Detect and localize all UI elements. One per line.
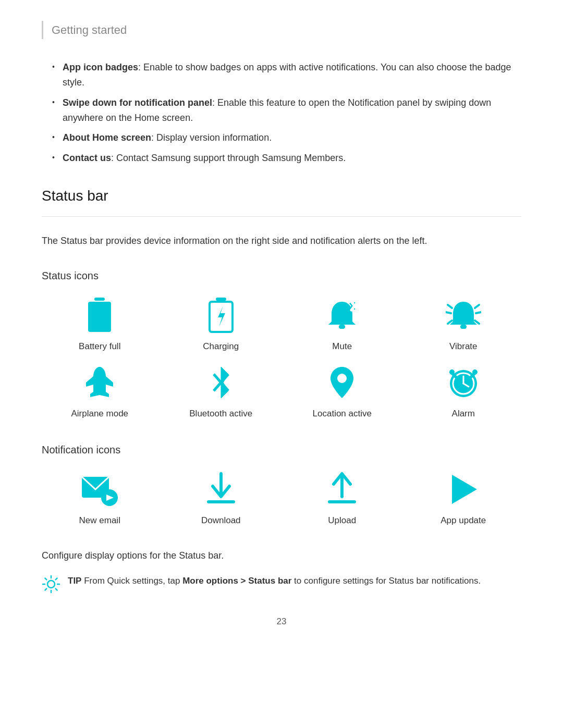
svg-line-16 xyxy=(448,320,452,324)
bullet-text: : Display version information. xyxy=(151,132,272,143)
status-icons-title: Status icons xyxy=(42,267,521,284)
new-email-label: New email xyxy=(79,513,120,527)
bullet-text: : Contact Samsung support through Samsun… xyxy=(111,153,346,163)
svg-line-13 xyxy=(475,320,479,324)
icon-item-upload: Upload xyxy=(284,471,400,527)
airplane-icon xyxy=(81,364,118,401)
svg-point-17 xyxy=(337,374,347,383)
status-bar-description: The Status bar provides device informati… xyxy=(42,233,521,249)
battery-full-label: Battery full xyxy=(79,339,120,353)
divider xyxy=(42,216,521,217)
charging-label: Charging xyxy=(203,339,239,353)
download-icon xyxy=(202,471,240,508)
svg-rect-5 xyxy=(339,325,345,329)
status-icons-grid: Battery full Charging xyxy=(42,297,521,421)
icon-item-download: Download xyxy=(163,471,279,527)
icon-item-new-email: New email xyxy=(42,471,158,527)
icon-item-airplane: Airplane mode xyxy=(42,364,158,421)
airplane-label: Airplane mode xyxy=(71,406,128,421)
tip-body2: to configure settings for Status bar not… xyxy=(294,576,481,586)
charging-icon xyxy=(202,297,240,334)
location-icon xyxy=(323,364,361,401)
list-item: Contact us: Contact Samsung support thro… xyxy=(52,151,521,166)
configure-text: Configure display options for the Status… xyxy=(42,548,521,563)
svg-line-42 xyxy=(45,589,47,590)
icon-item-bluetooth: Bluetooth active xyxy=(163,364,279,421)
list-item: Swipe down for notification panel: Enabl… xyxy=(52,95,521,126)
svg-marker-33 xyxy=(452,475,477,504)
app-update-icon xyxy=(445,471,482,508)
icon-item-mute: Mute xyxy=(284,297,400,353)
status-bar-title: Status bar xyxy=(42,184,521,208)
svg-line-12 xyxy=(476,312,481,313)
bluetooth-icon xyxy=(202,364,240,401)
svg-marker-4 xyxy=(218,306,225,327)
vibrate-label: Vibrate xyxy=(449,339,478,353)
location-label: Location active xyxy=(313,406,372,421)
bluetooth-label: Bluetooth active xyxy=(189,406,252,421)
bullet-term: About Home screen xyxy=(63,132,151,143)
svg-point-34 xyxy=(47,581,55,588)
alarm-label: Alarm xyxy=(452,406,475,421)
alarm-icon xyxy=(445,364,482,401)
upload-label: Upload xyxy=(328,513,356,527)
mute-label: Mute xyxy=(332,339,352,353)
svg-point-24 xyxy=(449,369,455,375)
svg-rect-0 xyxy=(94,298,105,301)
list-item: About Home screen: Display version infor… xyxy=(52,130,521,145)
icon-item-battery-full: Battery full xyxy=(42,297,158,353)
svg-rect-1 xyxy=(88,302,111,332)
bullet-term: Swipe down for notification panel xyxy=(63,97,212,108)
tip-bold: More options > Status bar xyxy=(182,576,291,586)
icon-item-app-update: App update xyxy=(406,471,522,527)
svg-line-15 xyxy=(446,312,451,313)
new-email-icon xyxy=(81,471,118,508)
icon-item-location: Location active xyxy=(284,364,400,421)
app-update-label: App update xyxy=(440,513,486,527)
upload-icon xyxy=(323,471,361,508)
page-number: 23 xyxy=(42,614,521,628)
bullet-term: Contact us xyxy=(63,153,111,163)
page-header: Getting started xyxy=(42,21,521,39)
battery-full-icon xyxy=(81,297,118,334)
download-label: Download xyxy=(201,513,241,527)
icon-item-vibrate: Vibrate xyxy=(406,297,522,353)
svg-line-14 xyxy=(448,305,452,308)
tip-body: From Quick settings, tap xyxy=(84,576,182,586)
tip-box: TIP From Quick settings, tap More option… xyxy=(42,574,521,594)
icon-item-alarm: Alarm xyxy=(406,364,522,421)
svg-line-41 xyxy=(56,578,57,579)
mute-icon xyxy=(323,297,361,334)
bullet-list: App icon badges: Enable to show badges o… xyxy=(52,60,521,166)
bullet-term: App icon badges xyxy=(63,62,138,72)
svg-rect-10 xyxy=(460,325,467,329)
notification-icons-title: Notification icons xyxy=(42,441,521,458)
tip-icon xyxy=(42,575,60,594)
icon-item-charging: Charging xyxy=(163,297,279,353)
vibrate-icon xyxy=(445,297,482,334)
svg-line-39 xyxy=(45,578,47,579)
svg-rect-2 xyxy=(216,298,226,301)
tip-text: TIP From Quick settings, tap More option… xyxy=(68,574,481,588)
list-item: App icon badges: Enable to show badges o… xyxy=(52,60,521,90)
svg-line-11 xyxy=(475,305,479,308)
tip-label: TIP xyxy=(68,576,81,586)
svg-line-40 xyxy=(56,589,57,590)
page-header-title: Getting started xyxy=(52,23,127,36)
notification-icons-grid: New email Download Upload xyxy=(42,471,521,527)
svg-point-25 xyxy=(472,369,478,375)
